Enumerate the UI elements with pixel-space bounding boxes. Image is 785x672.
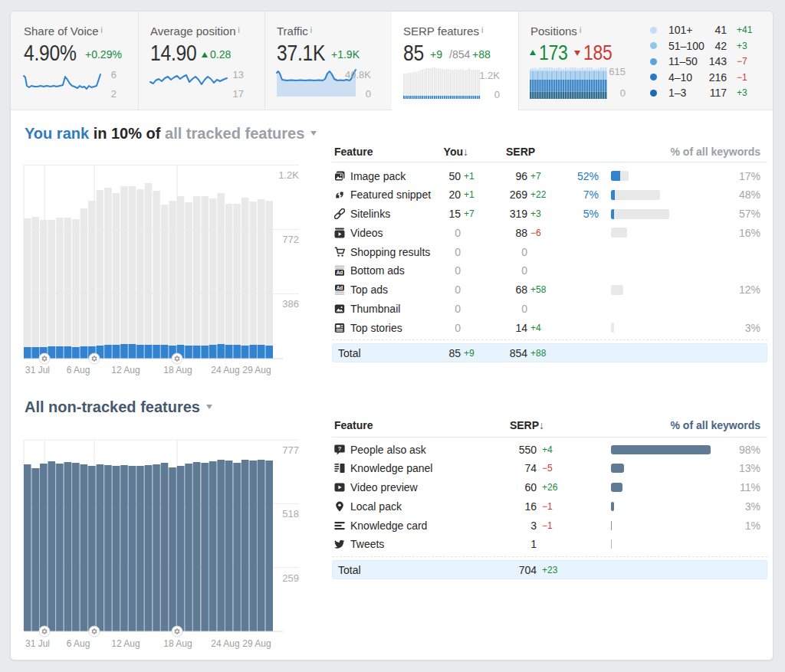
svg-text:24 Aug: 24 Aug bbox=[211, 638, 239, 649]
svg-text:12 Aug: 12 Aug bbox=[111, 365, 140, 375]
svg-text:Ad: Ad bbox=[337, 285, 343, 290]
svg-text:6 Aug: 6 Aug bbox=[67, 365, 90, 375]
svg-text:386: 386 bbox=[282, 298, 299, 310]
svg-text:29 Aug: 29 Aug bbox=[242, 638, 271, 649]
svg-text:772: 772 bbox=[282, 234, 299, 245]
svg-text:24 Aug: 24 Aug bbox=[211, 365, 239, 375]
svg-text:12 Aug: 12 Aug bbox=[111, 638, 140, 649]
svg-text:518: 518 bbox=[282, 508, 299, 520]
svg-text:1.2K: 1.2K bbox=[278, 169, 299, 181]
svg-text:31 Jul: 31 Jul bbox=[25, 638, 50, 649]
svg-text:Ad: Ad bbox=[337, 270, 343, 275]
svg-text:18 Aug: 18 Aug bbox=[163, 365, 192, 375]
svg-text:?: ? bbox=[338, 445, 342, 452]
svg-text:31 Jul: 31 Jul bbox=[25, 365, 50, 375]
svg-text:18 Aug: 18 Aug bbox=[163, 638, 192, 649]
svg-text:29 Aug: 29 Aug bbox=[242, 365, 271, 375]
svg-text:259: 259 bbox=[282, 572, 299, 584]
svg-text:6 Aug: 6 Aug bbox=[67, 638, 90, 649]
svg-text:777: 777 bbox=[282, 444, 299, 456]
